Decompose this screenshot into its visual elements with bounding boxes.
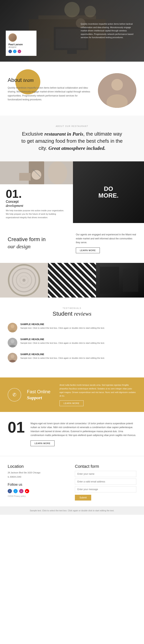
support-heading: Fast Online Support (27, 389, 54, 401)
review-headline-1: SAMPLE HEADLINE (20, 323, 105, 326)
review-text-2: Sample text. Click to select the text bo… (20, 342, 105, 345)
hero-description-text: Quickly incentivize impactful action ite… (81, 22, 138, 39)
testimonials-section: TESTIMONIALS Student reviews SAMPLE HEAD… (0, 298, 144, 378)
svg-point-30 (10, 324, 14, 328)
about-text: Quickly incentivize impactful action ite… (8, 86, 92, 102)
svg-rect-8 (35, 38, 50, 50)
footer-left: Location 28 Jackson Blvd Ste 1620 Chicag… (8, 464, 69, 500)
restaurant-label: ABOUT OUR RESTAURANT (15, 125, 129, 127)
about-left-column: About team Quickly incentivize impactful… (8, 71, 92, 102)
svg-point-18 (48, 162, 67, 184)
contact-email-input[interactable] (75, 478, 136, 485)
bottom-bar: Sample text. Click to select the text bo… (0, 506, 144, 515)
number-text: Magna eget est lorem ipsum dolor sit ame… (31, 422, 136, 437)
contact-message-input[interactable] (75, 486, 136, 492)
creative-section: Creative form in our design Our agents a… (0, 223, 144, 263)
concept-number: 01. (6, 188, 67, 200)
follow-heading: Follow us (8, 482, 69, 487)
footer-instagram-icon[interactable]: in (19, 489, 23, 493)
concept-image-top (0, 162, 73, 184)
svg-point-4 (84, 6, 96, 17)
footer-social: f t in ▶ (8, 489, 69, 493)
zebra-pattern (48, 263, 96, 298)
about-image-inner (98, 73, 136, 108)
support-icon-wrapper: ✆ (8, 388, 21, 402)
concept-right: DO MORE. (73, 162, 144, 223)
svg-point-36 (10, 354, 14, 358)
testimonials-label: TESTIMONIALS (8, 307, 136, 309)
about-section: About team Quickly incentivize impactful… (0, 62, 144, 116)
address-line-2: IL 60604-2340 (8, 475, 69, 479)
contact-submit-button[interactable]: Submit (75, 495, 91, 500)
photo-strip-spiral (0, 263, 48, 298)
dark-photo (96, 263, 144, 298)
copyright-text: ©2018 Privacy policy (8, 495, 69, 497)
avatar-image (9, 34, 16, 42)
about-image (98, 73, 136, 108)
concept-description: We help translate purpose into action in… (6, 209, 67, 219)
address-line-1: 28 Jackson Blvd Ste 1620 Chicago (8, 471, 69, 474)
facebook-icon[interactable]: f (8, 50, 12, 53)
restaurant-section: ABOUT OUR RESTAURANT Exclusive restauran… (0, 116, 144, 162)
hero-card: Paul Larson designer f t in (6, 30, 36, 56)
creative-heading: Creative form in our design (8, 236, 68, 250)
spiral-photo (0, 263, 48, 298)
contact-name-input[interactable] (75, 471, 136, 477)
number-right: Magna eget est lorem ipsum dolor sit ame… (31, 422, 136, 446)
svg-point-24 (22, 279, 25, 282)
number-large: 01 (8, 420, 25, 435)
number-section: 01 Magna eget est lorem ipsum dolor sit … (0, 412, 144, 456)
review-content-3: SAMPLE HEADLINE Sample text. Click to se… (20, 353, 105, 360)
review-item: SAMPLE HEADLINE Sample text. Click to se… (8, 338, 136, 348)
instagram-icon[interactable]: in (18, 50, 21, 53)
concept-left: 01. Conceptdevelopment We help translate… (0, 162, 73, 223)
creative-text: Our agents are engaged and experienced i… (76, 233, 136, 244)
bottom-bar-text: Sample text. Click to select the text bo… (8, 510, 136, 512)
concept-section: 01. Conceptdevelopment We help translate… (0, 162, 144, 223)
photo-strip (0, 263, 144, 298)
hero-social-links: f t in (8, 50, 21, 53)
hero-role: designer (8, 46, 16, 48)
svg-point-33 (10, 339, 14, 343)
avatar (8, 33, 17, 42)
concept-title: Conceptdevelopment (6, 200, 67, 208)
about-heading: About team (8, 77, 92, 83)
review-headline-3: SAMPLE HEADLINE (20, 353, 105, 356)
footer-twitter-icon[interactable]: t (13, 489, 18, 493)
svg-rect-27 (100, 267, 119, 294)
hero-name: Paul Larson (8, 43, 23, 46)
review-avatar-1 (8, 323, 17, 332)
contact-heading: Contact form (75, 464, 136, 469)
footer-youtube-icon[interactable]: ▶ (25, 489, 29, 493)
review-item: SAMPLE HEADLINE Sample text. Click to se… (8, 353, 136, 362)
review-headline-2: SAMPLE HEADLINE (20, 338, 105, 341)
footer-right: Contact form Submit (75, 464, 136, 500)
footer-facebook-icon[interactable]: f (8, 489, 12, 493)
svg-point-15 (32, 170, 41, 180)
about-photo (98, 73, 136, 108)
location-heading: Location (8, 464, 69, 469)
restaurant-heading: Exclusive restaurant in Paris, the ultim… (15, 130, 129, 152)
headphone-icon: ✆ (12, 392, 16, 398)
number-learn-more-button[interactable]: LEARN MORE (31, 440, 55, 446)
svg-rect-7 (67, 50, 77, 54)
review-avatar-2 (8, 338, 17, 348)
support-section: ✆ Fast Online Support Amet nulla facilis… (0, 378, 144, 412)
review-content-1: SAMPLE HEADLINE Sample text. Click to se… (20, 323, 105, 330)
hero-section: Quickly incentivize impactful action ite… (0, 0, 144, 62)
svg-rect-17 (19, 173, 31, 181)
twitter-icon[interactable]: t (13, 50, 16, 53)
do-more-text: DO MORE. (98, 186, 119, 199)
review-content-2: SAMPLE HEADLINE Sample text. Click to se… (20, 338, 105, 345)
support-learn-more-button[interactable]: LEARN MORE (60, 400, 83, 406)
creative-learn-more-button[interactable]: LEARN MORE (76, 248, 100, 253)
review-text-1: Sample text. Click to select the text bo… (20, 326, 105, 330)
creative-right: Our agents are engaged and experienced i… (76, 233, 136, 253)
concept-bottom: 01. Conceptdevelopment We help translate… (0, 184, 73, 223)
concept-hand-photo (0, 162, 73, 184)
review-item: SAMPLE HEADLINE Sample text. Click to se… (8, 323, 136, 332)
review-avatar-3 (8, 353, 17, 362)
do-more-background: DO MORE. (73, 162, 144, 223)
svg-point-3 (64, 2, 80, 17)
support-text: Amet nulla facilisi morbi tempus iaculis… (60, 383, 136, 398)
